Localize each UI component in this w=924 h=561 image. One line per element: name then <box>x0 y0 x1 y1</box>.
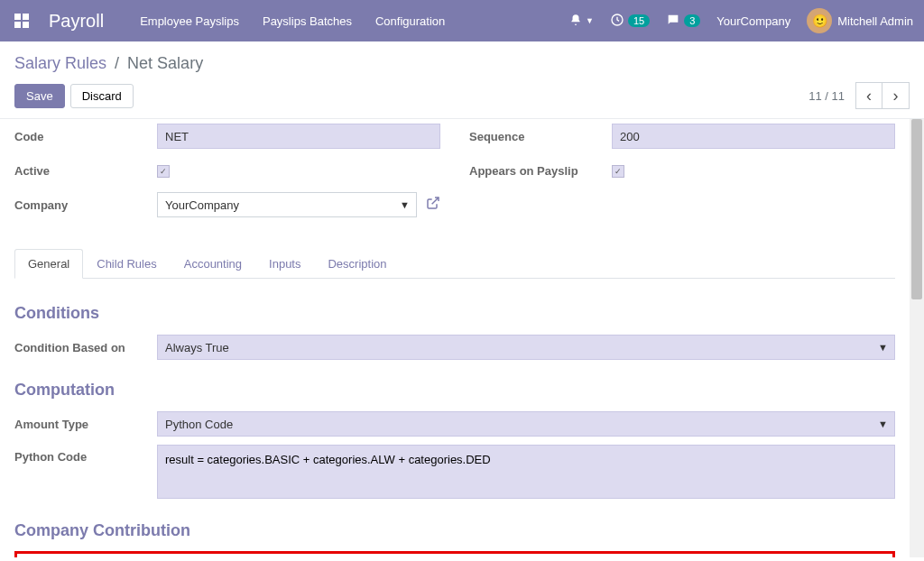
label-amount-type: Amount Type <box>14 418 157 431</box>
svg-rect-0 <box>14 14 21 20</box>
tab-description[interactable]: Description <box>314 249 400 278</box>
pager-counter[interactable]: 11 / 11 <box>808 89 845 103</box>
clock-icon <box>610 13 624 30</box>
section-company-contribution: Company Contribution <box>14 521 895 540</box>
sequence-input[interactable] <box>612 124 895 149</box>
label-active: Active <box>14 164 157 178</box>
section-conditions: Conditions <box>14 304 895 323</box>
contribution-highlight: Contribution Register ▼ <box>14 551 895 557</box>
save-button[interactable]: Save <box>14 84 65 108</box>
label-python-code: Python Code <box>14 445 157 464</box>
breadcrumb: Salary Rules / Net Salary <box>14 54 203 73</box>
pager-prev-button[interactable]: ‹ <box>855 82 882 109</box>
user-menu[interactable]: 🙂 Mitchell Admin <box>807 8 913 33</box>
breadcrumb-separator: / <box>115 54 119 72</box>
discard-button[interactable]: Discard <box>70 84 134 108</box>
bell-icon <box>569 14 582 29</box>
tab-inputs[interactable]: Inputs <box>255 249 314 278</box>
python-code-input[interactable] <box>157 445 895 499</box>
chevron-right-icon: › <box>893 87 899 106</box>
discuss-button[interactable]: 3 <box>666 13 700 30</box>
amount-type-select[interactable] <box>157 411 895 437</box>
tab-general[interactable]: General <box>14 249 83 279</box>
svg-rect-1 <box>23 14 29 20</box>
notifications-button[interactable]: ▼ <box>569 14 594 29</box>
active-checkbox[interactable]: ✓ <box>157 165 170 178</box>
tab-accounting[interactable]: Accounting <box>171 249 255 278</box>
company-external-link[interactable] <box>426 196 440 214</box>
svg-rect-2 <box>14 22 21 28</box>
activities-button[interactable]: 15 <box>610 13 650 30</box>
breadcrumb-current: Net Salary <box>127 54 203 72</box>
caret-down-icon: ▼ <box>586 16 594 25</box>
chat-icon <box>666 13 680 30</box>
nav-payslips-batches[interactable]: Payslips Batches <box>263 14 352 28</box>
appears-checkbox[interactable]: ✓ <box>612 165 624 178</box>
nav-employee-payslips[interactable]: Employee Payslips <box>140 14 239 28</box>
avatar: 🙂 <box>807 8 832 33</box>
company-input[interactable] <box>157 192 417 217</box>
svg-rect-3 <box>23 22 29 28</box>
apps-icon[interactable] <box>11 10 32 32</box>
user-name: Mitchell Admin <box>837 14 913 28</box>
pager-next-button[interactable]: › <box>882 82 910 109</box>
activities-badge: 15 <box>628 14 650 27</box>
label-company: Company <box>14 198 157 212</box>
label-condition-based-on: Condition Based on <box>14 341 157 354</box>
section-computation: Computation <box>14 381 895 400</box>
label-appears: Appears on Payslip <box>469 164 612 178</box>
tab-child-rules[interactable]: Child Rules <box>83 249 170 278</box>
chevron-left-icon: ‹ <box>866 87 872 106</box>
app-title[interactable]: Payroll <box>49 11 104 32</box>
condition-select[interactable] <box>157 335 895 360</box>
breadcrumb-parent[interactable]: Salary Rules <box>14 54 106 72</box>
code-input[interactable] <box>157 124 440 149</box>
discuss-badge: 3 <box>684 14 700 27</box>
label-code: Code <box>14 130 157 143</box>
scrollbar[interactable] <box>910 119 924 557</box>
nav-configuration[interactable]: Configuration <box>375 14 445 28</box>
label-sequence: Sequence <box>469 130 612 143</box>
company-switcher[interactable]: YourCompany <box>716 14 790 28</box>
